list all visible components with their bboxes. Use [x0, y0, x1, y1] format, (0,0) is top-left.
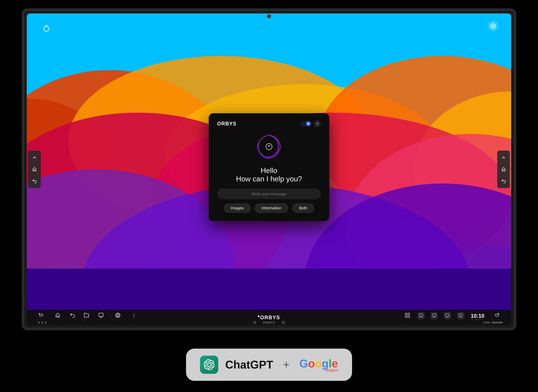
scroll-marker-right [282, 321, 285, 324]
svg-rect-39 [419, 314, 423, 317]
svg-rect-25 [99, 313, 103, 317]
svg-rect-35 [405, 313, 407, 315]
scroll-dot-1 [38, 322, 40, 323]
svg-point-32 [134, 315, 134, 316]
ai-dialog: ORBYS × [209, 113, 329, 221]
globe-button[interactable] [487, 20, 499, 32]
ai-circle [255, 133, 283, 161]
scroll-thumb-large [492, 322, 503, 324]
scroll-controls-right [483, 322, 503, 324]
svg-point-34 [134, 317, 134, 317]
scroll-marker-left [253, 321, 256, 324]
taskbar-center-logo: ORBYS [258, 315, 280, 321]
both-button[interactable]: Both [292, 204, 314, 213]
dialog-header-right: × [300, 120, 321, 127]
information-button[interactable]: Information [255, 204, 288, 213]
scroll-thumb-small [483, 322, 490, 324]
toggle-knob [306, 121, 311, 126]
side-panel-right [497, 151, 510, 188]
svg-point-24 [269, 146, 269, 147]
dialog-greeting: Hello How can I help you? [217, 166, 321, 183]
bottom-logo: ORBYS [263, 321, 275, 324]
svg-rect-41 [433, 314, 436, 317]
left-home-button[interactable] [30, 165, 39, 173]
scroll-dot-2 [41, 322, 43, 323]
brand-plus: + [283, 358, 290, 371]
svg-point-28 [116, 313, 120, 317]
dialog-title: ORBYS [217, 121, 237, 127]
orbys-corner-logo[interactable] [41, 22, 52, 34]
svg-point-15 [44, 26, 49, 31]
clock-time: 10:10 [471, 313, 484, 319]
screen: ORBYS × [27, 14, 511, 325]
scroll-dot-3 [45, 322, 46, 323]
scroll-dots-left [38, 322, 46, 323]
images-button[interactable]: Images [224, 204, 251, 213]
dialog-close-button[interactable]: × [314, 120, 321, 127]
svg-rect-36 [408, 313, 409, 315]
google-text-block: Google Images [299, 357, 338, 372]
chatgpt-icon [200, 356, 218, 374]
greeting-hello: Hello [217, 166, 321, 175]
dialog-actions: Images Information Both [217, 204, 321, 213]
svg-point-23 [268, 145, 270, 146]
dialog-header: ORBYS × [217, 120, 321, 127]
left-up-button[interactable] [30, 153, 39, 162]
chatgpt-text: ChatGPT [225, 358, 273, 371]
message-input[interactable] [217, 189, 321, 199]
camera [267, 14, 271, 18]
scroll-center: ORBYS [253, 321, 285, 324]
svg-rect-45 [459, 314, 462, 317]
greeting-sub: How can I help you? [217, 175, 321, 183]
taskbar-orbys-logo: ORBYS [258, 315, 280, 321]
right-up-button[interactable] [499, 153, 508, 162]
right-back-button[interactable] [499, 177, 508, 185]
svg-rect-43 [446, 314, 449, 317]
left-back-button[interactable] [30, 177, 39, 185]
svg-point-31 [117, 313, 119, 317]
svg-rect-37 [405, 316, 407, 317]
side-panel-left [28, 151, 41, 188]
ai-circle-container [217, 133, 321, 161]
dark-mode-toggle[interactable] [300, 121, 311, 126]
monitor: ORBYS × [22, 8, 516, 330]
brand-card: ChatGPT + Google Images [186, 349, 352, 381]
svg-point-33 [134, 314, 134, 314]
right-home-button[interactable] [499, 165, 508, 173]
second-bar: ORBYS [27, 320, 511, 325]
svg-rect-38 [408, 316, 409, 317]
